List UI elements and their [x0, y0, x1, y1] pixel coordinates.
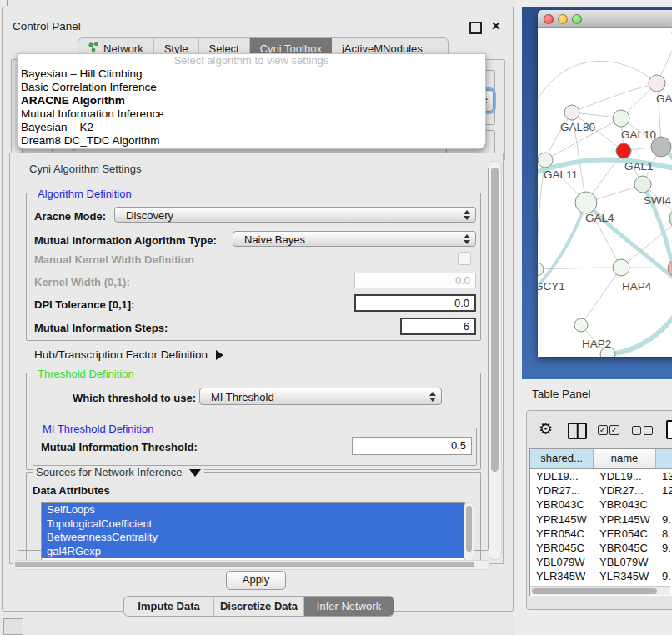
table-header-row: shared...nameA	[530, 449, 672, 469]
algorithm-option[interactable]: Basic Correlation Inference	[18, 81, 485, 94]
collapsed-arrow-icon	[216, 350, 223, 360]
tab-discretize-data[interactable]: Discretize Data	[214, 597, 304, 616]
table-row[interactable]: YBL079WYBL079W	[530, 555, 672, 569]
network-window-titlebar[interactable]	[538, 10, 672, 28]
aracne-mode-label: Aracne Mode:	[34, 210, 106, 222]
table-cell: YLR345W	[530, 569, 594, 583]
network-node[interactable]	[538, 152, 553, 168]
mi-threshold-label: Mutual Information Threshold:	[41, 441, 198, 453]
network-node-label: GAL	[656, 92, 672, 105]
aracne-mode-combo[interactable]: Discovery	[114, 207, 476, 222]
data-attribute-item[interactable]: TopologicalCoefficient	[42, 518, 464, 532]
table-cell: YBR043C	[530, 498, 594, 512]
data-attribute-item[interactable]: gal4RGexp	[42, 545, 464, 559]
network-node[interactable]	[616, 143, 631, 158]
attribute-list-scrollbar[interactable]	[464, 502, 474, 562]
unchecked-checkbox-icon[interactable]	[644, 426, 653, 435]
network-node[interactable]	[649, 75, 665, 92]
table-row[interactable]: YDR27...YDR27...12	[530, 483, 672, 498]
network-node[interactable]	[634, 176, 651, 192]
table-cell: YDR27...	[530, 483, 594, 498]
network-node-label: HAP2	[582, 338, 611, 350]
close-icon[interactable]: ✕	[491, 19, 501, 32]
table-row[interactable]: YBR045CYBR045C9.	[530, 541, 672, 555]
network-node[interactable]	[564, 105, 579, 120]
table-cell: YER054C	[594, 527, 656, 541]
table-cell: 9.	[656, 512, 672, 527]
network-node-label: GAL11	[544, 168, 578, 181]
table-column-header[interactable]: A	[656, 449, 672, 468]
split-columns-icon[interactable]	[568, 422, 587, 439]
manual-kernel-checkbox[interactable]	[458, 252, 471, 265]
mi-type-combo[interactable]: Naive Bayes	[233, 231, 476, 247]
threshold-definition-title: Threshold Definition	[34, 368, 138, 380]
network-node[interactable]	[574, 318, 588, 332]
zoom-traffic-light-icon[interactable]	[572, 14, 582, 24]
tab-impute-data[interactable]: Impute Data	[124, 597, 214, 616]
table-cell: YDL19...	[530, 469, 594, 483]
mi-threshold-input[interactable]: 0.5	[352, 437, 472, 455]
close-traffic-light-icon[interactable]	[544, 14, 554, 24]
sources-group-title[interactable]: Sources for Network Inference	[33, 466, 204, 478]
network-canvas[interactable]: GALGAL80GAL10GAL1GAL11SWI4GAL4GCY1HAP4YH…	[538, 28, 672, 357]
network-node-label: SWI4	[644, 194, 671, 207]
minimized-panel-icon[interactable]	[3, 618, 23, 635]
mi-steps-label: Mutual Information Steps:	[34, 322, 168, 334]
table-row[interactable]: YPR145WYPR145W9.	[530, 512, 672, 527]
table-cell: YBR045C	[594, 541, 656, 555]
application-window: Control Panel ✕ Network Style Select Cyn…	[0, 0, 672, 635]
table-row[interactable]: YER054CYER054C8.	[530, 527, 672, 541]
float-window-icon[interactable]	[469, 22, 482, 34]
algorithm-popup-placeholder: Select algorithm to view settings	[18, 54, 485, 68]
checked-checkbox-icon[interactable]: ✓	[609, 425, 619, 435]
dpi-tolerance-label: DPI Tolerance [0,1]:	[34, 298, 134, 311]
network-edge-highlighted	[538, 202, 586, 290]
table-horizontal-scrollbar[interactable]	[530, 586, 670, 595]
network-node[interactable]	[613, 110, 629, 127]
algorithm-option[interactable]: Bayesian – K2	[18, 121, 485, 134]
network-edge	[572, 83, 657, 112]
table-cell: 9.	[656, 541, 672, 555]
cytoscape-desktop: GALGAL80GAL10GAL1GAL11SWI4GAL4GCY1HAP4YH…	[522, 7, 672, 379]
data-attribute-item[interactable]: BetweennessCentrality	[42, 531, 464, 545]
right-region: GALGAL80GAL10GAL1GAL11SWI4GAL4GCY1HAP4YH…	[514, 0, 672, 635]
network-node[interactable]	[538, 262, 544, 276]
table-row[interactable]: YDL19...YDL19...13	[530, 469, 672, 483]
export-table-icon[interactable]	[666, 420, 672, 439]
data-attributes-list[interactable]: SelfLoopsTopologicalCoefficientBetweenne…	[41, 502, 465, 562]
network-node-label: HAP4	[622, 280, 652, 292]
table-cell: YDL19...	[594, 469, 656, 483]
hub-section-toggle[interactable]: Hub/Transcription Factor Definition	[34, 348, 223, 361]
unchecked-checkbox-icon[interactable]	[632, 426, 641, 435]
table-column-header[interactable]: shared...	[530, 449, 594, 468]
tab-infer-network[interactable]: Infer Network	[304, 597, 394, 616]
mi-threshold-group-title: MI Threshold Definition	[39, 422, 157, 435]
algorithm-option[interactable]: Bayesian – Hill Climbing	[18, 68, 485, 81]
network-edge-highlighted	[608, 302, 672, 354]
settings-vertical-scrollbar[interactable]	[489, 161, 502, 560]
mi-steps-input[interactable]: 6	[400, 318, 476, 335]
which-threshold-combo[interactable]: MI Threshold	[199, 388, 442, 405]
table-column-header[interactable]: name	[594, 449, 656, 468]
cyni-algorithm-settings-title: Cyni Algorithm Settings	[26, 162, 144, 175]
dpi-tolerance-input[interactable]: 0.0	[354, 294, 476, 312]
minimize-traffic-light-icon[interactable]	[558, 14, 568, 24]
algorithm-option[interactable]: Mutual Information Inference	[18, 108, 485, 121]
network-node[interactable]	[575, 192, 597, 213]
checked-checkbox-icon[interactable]: ✓	[598, 425, 608, 435]
mi-type-label: Mutual Information Algorithm Type:	[34, 234, 217, 247]
data-attribute-item[interactable]: SelfLoops	[42, 503, 464, 518]
kernel-width-input[interactable]: 0.0	[354, 272, 476, 288]
network-node[interactable]	[613, 259, 629, 276]
gear-icon[interactable]: ⚙	[539, 419, 553, 438]
algorithm-definition-title: Algorithm Definition	[34, 188, 135, 200]
algorithm-option[interactable]: Dream8 DC_TDC Algorithm	[18, 134, 485, 148]
settings-horizontal-scrollbar[interactable]	[13, 560, 490, 570]
table-row[interactable]: YBR043CYBR043C	[530, 498, 672, 512]
control-panel-title: Control Panel	[13, 20, 81, 32]
table-row[interactable]: YLR345WYLR345W9.	[530, 569, 672, 583]
apply-button[interactable]: Apply	[226, 571, 286, 590]
algorithm-option[interactable]: ARACNE Algorithm	[18, 94, 485, 108]
table-cell: YBL079W	[530, 555, 594, 569]
control-panel: Control Panel ✕ Network Style Select Cyn…	[2, 7, 514, 612]
